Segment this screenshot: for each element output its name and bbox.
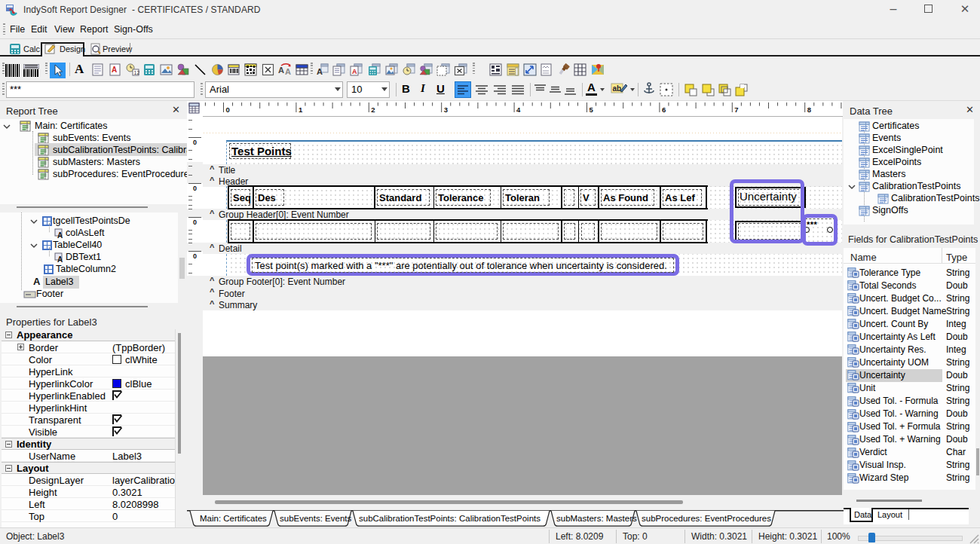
- svg-text:A: A: [278, 66, 284, 75]
- svg-text:12: 12: [134, 70, 140, 75]
- svg-text:A: A: [57, 231, 63, 239]
- svg-text:A: A: [112, 66, 117, 74]
- svg-text:A: A: [285, 67, 291, 76]
- svg-text:subCalibrationTestPoints: Cali: subCalibrationTestPoints: CalibrationTes…: [359, 514, 541, 523]
- svg-text:4: 4: [516, 105, 521, 114]
- svg-text:7: 7: [734, 105, 738, 114]
- svg-text:0: 0: [226, 105, 230, 114]
- svg-text:2: 2: [371, 105, 375, 114]
- svg-text:ab: ab: [613, 84, 622, 93]
- svg-text:A: A: [57, 255, 63, 263]
- svg-text:1: 1: [299, 105, 303, 114]
- svg-text:5: 5: [590, 105, 594, 114]
- svg-text:A: A: [352, 68, 357, 75]
- svg-text:Main: Certificates: Main: Certificates: [200, 514, 267, 523]
- svg-text:8: 8: [807, 105, 811, 114]
- svg-text:6: 6: [662, 105, 666, 114]
- svg-text:subEvents: Events: subEvents: Events: [280, 514, 351, 523]
- svg-text:subProcedures: EventProcedures: subProcedures: EventProcedures: [642, 514, 771, 523]
- svg-text:A: A: [317, 67, 323, 76]
- svg-text:subMasters: Masters: subMasters: Masters: [556, 514, 637, 523]
- svg-text:3: 3: [444, 105, 448, 114]
